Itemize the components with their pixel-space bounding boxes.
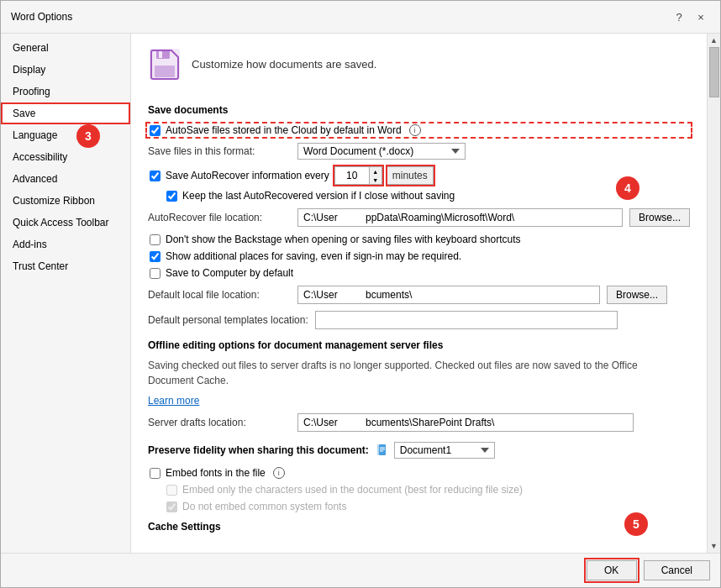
default-local-label: Default local file location: — [148, 289, 291, 301]
show-additional-checkbox[interactable] — [150, 251, 161, 262]
browse-local-button[interactable]: Browse... — [607, 286, 667, 304]
autosave-row: AutoSave files stored in the Cloud by de… — [148, 124, 690, 136]
spin-up-button[interactable]: ▲ — [370, 167, 382, 176]
autosave-checkbox[interactable] — [150, 125, 161, 136]
svg-rect-2 — [155, 66, 175, 77]
header-text: Customize how documents are saved. — [192, 58, 376, 71]
save-to-computer-label: Save to Computer by default — [166, 267, 293, 279]
sidebar-item-add-ins[interactable]: Add-ins — [1, 234, 130, 255]
dont-show-backstage-label: Don't show the Backstage when opening or… — [166, 234, 521, 245]
footer: OK Cancel — [1, 553, 720, 587]
save-to-computer-row: Save to Computer by default — [148, 267, 690, 279]
default-local-row: Default local file location: C:\User bcu… — [148, 286, 690, 304]
help-button[interactable]: ? — [670, 8, 688, 26]
title-bar: Word Options ? × — [1, 1, 720, 34]
autosave-label: AutoSave files stored in the Cloud by de… — [166, 124, 402, 136]
sidebar-item-quick-access[interactable]: Quick Access Toolbar — [1, 212, 130, 234]
spin-down-button[interactable]: ▼ — [370, 176, 382, 184]
sidebar-item-save[interactable]: Save — [1, 102, 130, 124]
scroll-thumb[interactable] — [709, 47, 719, 97]
save-documents-section: Save documents AutoSave files stored in … — [148, 104, 690, 329]
save-format-row: Save files in this format: Word Document… — [148, 143, 690, 160]
sidebar-item-accessibility[interactable]: Accessibility — [1, 146, 130, 168]
keep-last-checkbox[interactable] — [166, 191, 177, 202]
save-to-computer-checkbox[interactable] — [150, 268, 161, 279]
embed-fonts-row: Embed fonts in the file i — [148, 467, 690, 479]
save-format-label: Save files in this format: — [148, 145, 291, 157]
do-not-embed-checkbox[interactable] — [166, 501, 177, 512]
save-format-select[interactable]: Word Document (*.docx) — [297, 143, 466, 160]
embed-chars-checkbox[interactable] — [166, 485, 177, 496]
title-controls: ? × — [670, 8, 710, 26]
default-templates-label: Default personal templates location: — [148, 314, 308, 326]
do-not-embed-row: Do not embed common system fonts — [148, 501, 690, 512]
close-button[interactable]: × — [692, 8, 710, 26]
server-drafts-row: Server drafts location: C:\User bcuments… — [148, 413, 690, 432]
dialog-title: Word Options — [11, 11, 72, 23]
autorecover-location-label: AutoRecover file location: — [148, 212, 291, 223]
cache-title: Cache Settings — [148, 521, 690, 533]
fidelity-section: Preserve fidelity when sharing this docu… — [148, 442, 690, 512]
sidebar-item-general[interactable]: General — [1, 37, 130, 59]
fidelity-title: Preserve fidelity when sharing this docu… — [148, 444, 369, 456]
content-header: Customize how documents are saved. — [148, 47, 690, 91]
dont-show-backstage-checkbox[interactable] — [150, 234, 161, 245]
ok-button[interactable]: OK — [587, 560, 637, 580]
embed-fonts-info-icon[interactable]: i — [273, 467, 285, 479]
sidebar-item-display[interactable]: Display — [1, 59, 130, 81]
offline-title: Offline editing options for document man… — [148, 339, 690, 351]
server-drafts-label: Server drafts location: — [148, 417, 291, 428]
browse-autorecover-button[interactable]: Browse... — [629, 208, 690, 227]
fidelity-select-wrapper: Document1 — [376, 442, 495, 459]
autorecover-checkbox[interactable] — [150, 171, 161, 181]
sidebar: 3 General Display Proofing Save Language… — [1, 34, 131, 553]
annotation-5: 5 — [624, 512, 648, 536]
sidebar-item-language[interactable]: Language — [1, 124, 130, 146]
autorecover-minutes-wrapper: 10 ▲ ▼ — [334, 166, 382, 185]
save-icon — [148, 47, 182, 81]
cancel-button[interactable]: Cancel — [644, 560, 710, 580]
keep-last-label: Keep the last AutoRecovered version if I… — [182, 190, 455, 202]
sidebar-item-customize-ribbon[interactable]: Customize Ribbon — [1, 190, 130, 212]
offline-description: Saving checked out files to server draft… — [148, 358, 690, 388]
learn-more-link[interactable]: Learn more — [148, 395, 199, 407]
embed-fonts-checkbox[interactable] — [150, 468, 161, 479]
fidelity-document-select[interactable]: Document1 — [394, 442, 495, 459]
scroll-down-arrow[interactable]: ▼ — [708, 539, 721, 553]
keep-last-row: Keep the last AutoRecovered version if I… — [148, 190, 690, 202]
embed-chars-row: Embed only the characters used in the do… — [148, 484, 690, 496]
svg-rect-3 — [159, 51, 162, 58]
save-documents-title: Save documents — [148, 104, 690, 116]
server-drafts-input[interactable]: C:\User bcuments\SharePoint Drafts\ — [297, 413, 634, 432]
scroll-track — [708, 47, 720, 539]
do-not-embed-label: Do not embed common system fonts — [182, 501, 346, 512]
default-templates-input[interactable] — [315, 311, 618, 329]
offline-section: Offline editing options for document man… — [148, 339, 690, 432]
scrollbar: ▲ ▼ — [707, 34, 720, 553]
svg-rect-1 — [156, 50, 170, 59]
minutes-label: minutes — [387, 166, 434, 185]
default-local-input[interactable]: C:\User bcuments\ — [297, 286, 600, 304]
autorecover-location-row: AutoRecover file location: C:\User ppDat… — [148, 208, 690, 227]
dont-show-backstage-row: Don't show the Backstage when opening or… — [148, 234, 690, 245]
sidebar-item-proofing[interactable]: Proofing — [1, 81, 130, 102]
document-icon — [376, 444, 389, 457]
autosave-info-icon[interactable]: i — [409, 124, 421, 136]
autorecover-location-input[interactable]: C:\User ppData\Roaming\Microsoft\Word\ — [297, 208, 623, 227]
number-spin: ▲ ▼ — [369, 167, 382, 184]
scroll-up-arrow[interactable]: ▲ — [708, 34, 721, 47]
cache-section: Cache Settings — [148, 521, 690, 533]
word-options-dialog: Word Options ? × 3 General Display Proof… — [0, 0, 721, 588]
show-additional-label: Show additional places for saving, even … — [166, 250, 461, 262]
autorecover-minutes-input[interactable]: 10 — [335, 168, 369, 183]
sidebar-item-trust-center[interactable]: Trust Center — [1, 255, 130, 277]
sidebar-item-advanced[interactable]: Advanced — [1, 168, 130, 190]
default-templates-row: Default personal templates location: — [148, 311, 690, 329]
dialog-body: 3 General Display Proofing Save Language… — [1, 34, 720, 553]
annotation-4: 4 — [616, 176, 639, 200]
show-additional-row: Show additional places for saving, even … — [148, 250, 690, 262]
autorecover-row: Save AutoRecover information every 10 ▲ … — [148, 166, 690, 185]
embed-fonts-label: Embed fonts in the file — [166, 467, 266, 479]
embed-chars-label: Embed only the characters used in the do… — [182, 484, 523, 496]
autorecover-label: Save AutoRecover information every — [166, 170, 329, 181]
